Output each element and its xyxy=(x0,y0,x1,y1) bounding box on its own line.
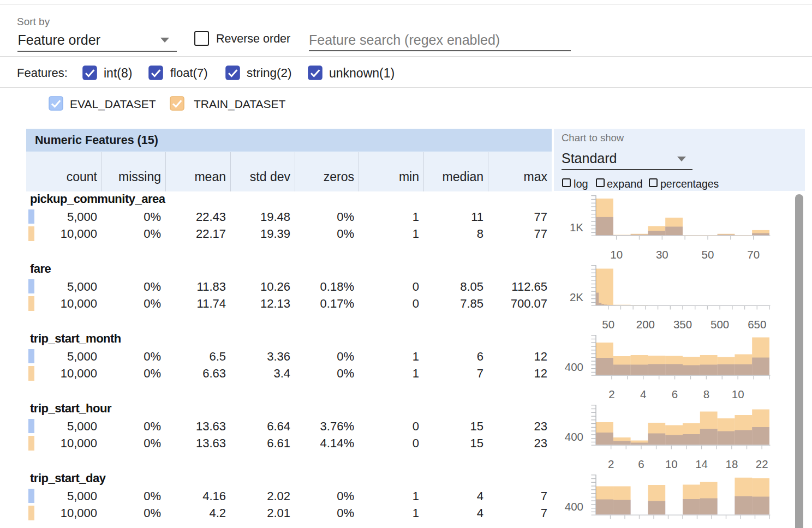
svg-text:10: 10 xyxy=(665,458,678,470)
svg-text:400: 400 xyxy=(565,361,583,373)
svg-text:2K: 2K xyxy=(570,291,583,303)
svg-text:400: 400 xyxy=(565,500,583,513)
svg-text:22: 22 xyxy=(756,458,768,470)
svg-text:4: 4 xyxy=(640,388,646,400)
svg-text:350: 350 xyxy=(673,318,692,331)
svg-text:2: 2 xyxy=(608,388,614,400)
svg-text:200: 200 xyxy=(636,318,655,331)
svg-text:30: 30 xyxy=(656,248,668,261)
svg-text:1K: 1K xyxy=(570,221,583,233)
svg-text:18: 18 xyxy=(725,458,738,470)
svg-text:10: 10 xyxy=(610,248,623,261)
svg-text:70: 70 xyxy=(747,248,760,261)
svg-text:6: 6 xyxy=(672,388,678,400)
svg-text:6: 6 xyxy=(638,458,644,470)
svg-text:10: 10 xyxy=(732,388,744,400)
svg-text:8: 8 xyxy=(703,388,709,400)
svg-text:2: 2 xyxy=(608,458,614,470)
svg-text:400: 400 xyxy=(565,430,583,443)
svg-text:50: 50 xyxy=(702,248,714,261)
svg-text:50: 50 xyxy=(602,318,614,331)
svg-text:14: 14 xyxy=(695,458,708,470)
svg-text:650: 650 xyxy=(748,318,766,331)
svg-text:500: 500 xyxy=(710,318,729,331)
